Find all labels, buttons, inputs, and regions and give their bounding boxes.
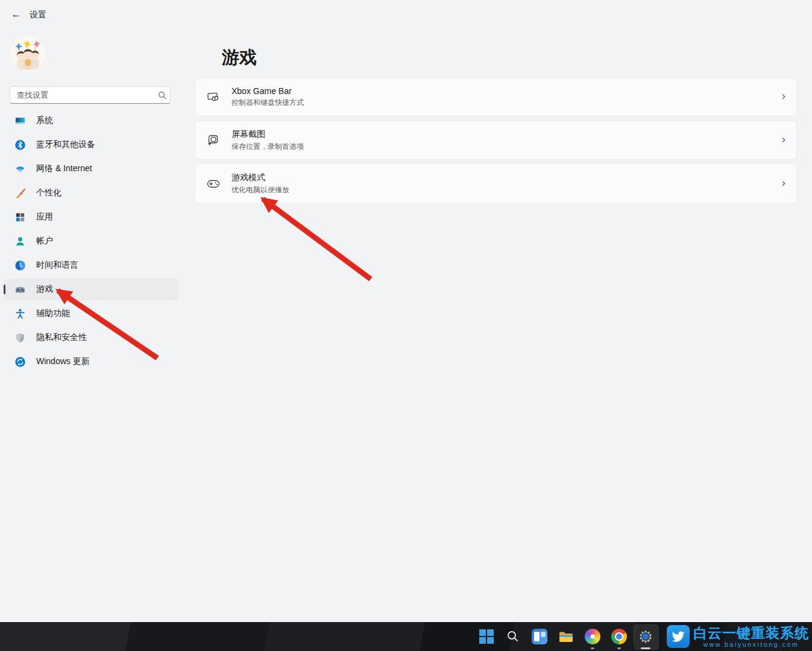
- accounts-person-icon: [14, 236, 26, 247]
- system-icon: [14, 115, 26, 127]
- watermark: 白云一键重装系统 www.baiyunxitong.com: [667, 623, 809, 650]
- captures-card[interactable]: 屏幕截图 保存位置，录制首选项 ›: [195, 121, 797, 160]
- widgets-icon: [532, 629, 547, 644]
- chevron-right-icon: ›: [782, 176, 785, 189]
- accessibility-person-icon: [14, 308, 26, 319]
- active-indicator: [641, 647, 650, 649]
- game-mode-card[interactable]: 游戏模式 优化电脑以便播放 ›: [195, 163, 797, 204]
- card-title: 屏幕截图: [231, 129, 304, 140]
- apps-grid-icon: [14, 212, 26, 223]
- bluetooth-icon: [14, 139, 26, 151]
- watermark-title: 白云一键重装系统: [693, 626, 809, 641]
- chrome-button[interactable]: [606, 622, 632, 651]
- settings-search[interactable]: [10, 86, 171, 104]
- xbox-game-bar-card[interactable]: Xbox Game Bar 控制器和键盘快捷方式 ›: [195, 78, 797, 116]
- sidebar-item-accessibility[interactable]: 辅助功能: [4, 303, 178, 324]
- card-subtitle: 优化电脑以便播放: [231, 185, 289, 195]
- sidebar-item-label: 系统: [36, 115, 53, 126]
- card-title: 游戏模式: [231, 172, 289, 183]
- sidebar-item-label: 蓝牙和其他设备: [36, 139, 95, 150]
- sidebar-item-label: 帐户: [36, 236, 53, 247]
- xbox-game-bar-icon: [206, 90, 221, 104]
- sidebar-item-label: 个性化: [36, 187, 61, 198]
- widgets-button[interactable]: [526, 622, 553, 651]
- avatar-illustration: [11, 37, 45, 71]
- settings-app-button[interactable]: ⚙: [632, 622, 659, 651]
- privacy-shield-icon: [14, 332, 26, 344]
- photos-icon: [585, 629, 600, 644]
- window-title: 设置: [30, 10, 46, 20]
- gaming-controller-icon: [14, 284, 26, 295]
- back-arrow-icon: ←: [11, 8, 22, 20]
- taskbar: ⚙ 白云一键重装系统 www.baiyunxitong.com: [0, 622, 812, 651]
- back-button[interactable]: ←: [7, 6, 25, 23]
- card-subtitle: 控制器和键盘快捷方式: [231, 98, 304, 108]
- arrow-to-game-mode: [263, 199, 371, 279]
- sidebar-item-apps[interactable]: 应用: [4, 206, 178, 228]
- sidebar-item-label: 隐私和安全性: [36, 332, 87, 343]
- search-input[interactable]: [10, 90, 154, 99]
- sidebar-item-label: 应用: [36, 212, 53, 222]
- search-icon: [154, 90, 170, 100]
- settings-gear-icon: ⚙: [637, 627, 655, 646]
- time-language-clock-icon: [14, 260, 26, 271]
- taskbar-search-icon: [506, 629, 520, 644]
- network-wifi-icon: [14, 163, 26, 175]
- file-explorer-button[interactable]: [553, 622, 579, 651]
- sidebar-item-system[interactable]: 系统: [4, 110, 178, 131]
- chrome-icon: [611, 629, 627, 644]
- chevron-right-icon: ›: [782, 89, 785, 102]
- page-title: 游戏: [222, 46, 257, 70]
- start-button[interactable]: [473, 622, 500, 651]
- running-indicator: [617, 647, 621, 649]
- sidebar-item-accounts[interactable]: 帐户: [4, 230, 178, 252]
- user-avatar[interactable]: [11, 37, 45, 71]
- sidebar-item-personalization[interactable]: 个性化: [4, 182, 178, 204]
- windows-update-icon: [14, 356, 26, 368]
- sidebar-item-time-language[interactable]: 时间和语言: [4, 254, 178, 276]
- card-subtitle: 保存位置，录制首选项: [231, 142, 304, 152]
- sidebar-item-label: Windows 更新: [36, 356, 90, 367]
- settings-sidebar: 系统 蓝牙和其他设备 网络 & Internet 个性化: [4, 110, 178, 375]
- windows-logo-icon: [479, 629, 494, 644]
- sidebar-item-label: 时间和语言: [36, 260, 78, 271]
- sidebar-item-label: 网络 & Internet: [36, 163, 92, 174]
- selected-indicator: [4, 285, 5, 294]
- card-title: Xbox Game Bar: [231, 86, 304, 96]
- sidebar-item-network[interactable]: 网络 & Internet: [4, 158, 178, 180]
- photos-app-button[interactable]: [579, 622, 606, 651]
- captures-icon: [206, 133, 221, 148]
- sidebar-item-privacy[interactable]: 隐私和安全性: [4, 327, 178, 348]
- sidebar-item-bluetooth[interactable]: 蓝牙和其他设备: [4, 134, 178, 156]
- sidebar-item-label: 游戏: [36, 284, 53, 295]
- chevron-right-icon: ›: [782, 133, 785, 146]
- running-indicator: [591, 647, 594, 649]
- game-mode-icon: [206, 177, 221, 191]
- sidebar-item-windows-update[interactable]: Windows 更新: [4, 351, 178, 373]
- sidebar-item-gaming[interactable]: 游戏: [4, 278, 178, 300]
- sidebar-item-label: 辅助功能: [36, 308, 70, 319]
- taskbar-search-button[interactable]: [500, 622, 526, 651]
- file-explorer-icon: [558, 629, 574, 644]
- personalization-brush-icon: [14, 187, 26, 199]
- watermark-bird-icon: [667, 625, 690, 648]
- watermark-url: www.baiyunxitong.com: [703, 641, 799, 648]
